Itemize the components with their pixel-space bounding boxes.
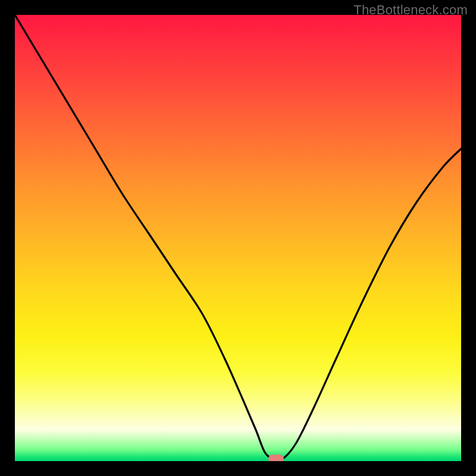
plot-area <box>15 15 461 461</box>
watermark-text: TheBottleneck.com <box>353 2 468 18</box>
bottleneck-curve <box>15 15 461 461</box>
chart-frame: TheBottleneck.com <box>0 0 476 476</box>
optimal-point-marker <box>268 455 284 461</box>
